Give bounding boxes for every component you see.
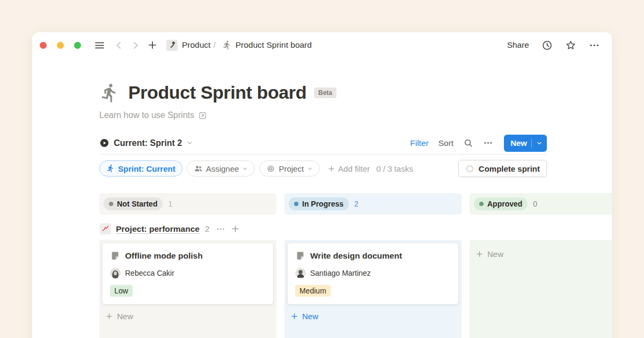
help-link-label: Learn how to use Sprints [99, 111, 194, 120]
plus-icon [290, 312, 298, 320]
group-count: 2 [205, 224, 209, 233]
card-title: Write design document [310, 251, 402, 261]
app-window: Product / Product Sprint board Share Pro… [32, 32, 612, 338]
sprint-selector-label: Current: Sprint 2 [114, 138, 182, 148]
filter-button[interactable]: Filter [410, 138, 428, 148]
more-options-icon[interactable] [589, 40, 600, 51]
new-button-label: New [510, 138, 527, 148]
page-title: Product Sprint board [128, 82, 306, 103]
column-approved: New [470, 240, 612, 338]
tasks-count: 0 / 3 tasks [376, 164, 413, 173]
plus-icon [327, 165, 335, 173]
runner-icon [106, 164, 115, 173]
add-card-button[interactable]: New [287, 307, 459, 326]
status-dot-green [479, 202, 484, 206]
filter-chip-sprint[interactable]: Sprint: Current [99, 160, 182, 177]
column-count: 2 [354, 200, 358, 208]
status-dot-gray [109, 202, 113, 206]
chevron-down-icon [242, 166, 248, 172]
page-file-icon [295, 251, 305, 261]
beta-badge: Beta [314, 87, 336, 98]
sprint-selector[interactable]: Current: Sprint 2 [99, 138, 193, 148]
help-link[interactable]: Learn how to use Sprints [99, 111, 612, 120]
status-pill-not-started[interactable]: Not Started [104, 197, 163, 210]
column-count: 0 [533, 200, 537, 208]
play-circle-icon [99, 138, 109, 148]
sort-button[interactable]: Sort [438, 138, 453, 148]
runner-page-icon[interactable] [99, 83, 120, 103]
group-add-icon[interactable] [231, 224, 240, 233]
column-in-progress: Write design document Santiago Martinez … [284, 240, 462, 338]
chevron-down-icon[interactable] [536, 140, 543, 146]
breadcrumb-teamspace[interactable]: Product / [166, 40, 218, 51]
plus-icon [475, 250, 484, 258]
view-options-icon[interactable] [483, 138, 493, 148]
chevron-down-icon [307, 166, 313, 172]
chevron-down-icon [186, 139, 193, 146]
add-card-label: New [487, 249, 503, 259]
add-card-label: New [302, 312, 318, 321]
status-pill-in-progress[interactable]: In Progress [289, 197, 349, 210]
add-card-button[interactable]: New [102, 307, 274, 326]
breadcrumb-teamspace-label: Product [182, 40, 210, 50]
plus-icon [105, 312, 113, 320]
filter-chip-assignee[interactable]: Assignee [187, 160, 255, 177]
group-more-icon[interactable] [216, 224, 225, 234]
priority-tag-medium: Medium [295, 285, 331, 297]
group-title[interactable]: Project: performance [116, 224, 200, 234]
sidebar-menu-icon[interactable] [94, 40, 105, 51]
search-icon[interactable] [463, 138, 473, 148]
external-link-icon [198, 111, 207, 120]
filter-chip-project-label: Project [279, 164, 304, 173]
share-button[interactable]: Share [507, 40, 529, 50]
board-group-row: Project: performance 2 [99, 223, 612, 234]
avatar-santiago [295, 268, 306, 278]
status-label: Approved [487, 200, 522, 208]
breadcrumb-page-label: Product Sprint board [236, 40, 312, 50]
status-pill-approved[interactable]: Approved [474, 197, 528, 210]
new-button[interactable]: New [504, 135, 547, 152]
column-header-not-started[interactable]: Not Started 1 [99, 193, 276, 215]
task-card-offline-mode-polish[interactable]: Offline mode polish Rebecca Cakir Low [102, 243, 274, 305]
nav-back-icon[interactable] [114, 40, 124, 50]
add-card-button[interactable]: New [472, 245, 612, 263]
progress-ring-icon [465, 164, 474, 173]
kanban-board: Not Started 1 In Progress 2 Approved 0 [99, 193, 612, 338]
breadcrumb-separator: / [213, 40, 215, 50]
filter-bar: Sprint: Current Assignee Project Add fil… [99, 160, 547, 177]
filter-chip-sprint-label: Sprint: Current [118, 164, 175, 173]
column-header-in-progress[interactable]: In Progress 2 [284, 193, 462, 215]
close-window-button[interactable] [40, 42, 47, 49]
updates-clock-icon[interactable] [541, 40, 553, 51]
assignee-name: Rebecca Cakir [125, 269, 174, 277]
filter-chip-assignee-label: Assignee [206, 164, 239, 173]
breadcrumb-page[interactable]: Product Sprint board [222, 40, 312, 50]
status-label: Not Started [117, 200, 157, 208]
board-column-bodies: Offline mode polish Rebecca Cakir Low Ne… [99, 240, 612, 338]
add-filter-label: Add filter [338, 164, 370, 173]
column-not-started: Offline mode polish Rebecca Cakir Low Ne… [99, 240, 276, 338]
status-dot-blue [294, 202, 298, 206]
priority-tag-low: Low [110, 285, 133, 297]
avatar-rebecca [110, 268, 121, 278]
people-icon [194, 164, 203, 173]
nav-forward-icon[interactable] [130, 40, 141, 50]
minimize-window-button[interactable] [57, 42, 64, 49]
page-header: Product Sprint board Beta [99, 82, 612, 103]
new-button-divider [531, 139, 532, 148]
zoom-window-button[interactable] [74, 42, 81, 49]
add-filter-button[interactable]: Add filter [327, 164, 370, 173]
status-label: In Progress [302, 200, 343, 208]
window-topbar: Product / Product Sprint board Share [32, 32, 612, 58]
card-title: Offline mode polish [125, 251, 203, 261]
favorite-star-icon[interactable] [565, 40, 576, 51]
new-page-icon[interactable] [147, 40, 158, 50]
complete-sprint-button[interactable]: Complete sprint [458, 160, 547, 177]
add-card-label: New [117, 312, 133, 321]
board-column-headers: Not Started 1 In Progress 2 Approved 0 [99, 193, 612, 215]
target-icon [266, 164, 275, 173]
filter-chip-project[interactable]: Project [259, 160, 320, 177]
task-card-write-design-document[interactable]: Write design document Santiago Martinez … [287, 243, 459, 305]
assignee-name: Santiago Martinez [310, 269, 371, 277]
column-header-approved[interactable]: Approved 0 [470, 193, 612, 215]
